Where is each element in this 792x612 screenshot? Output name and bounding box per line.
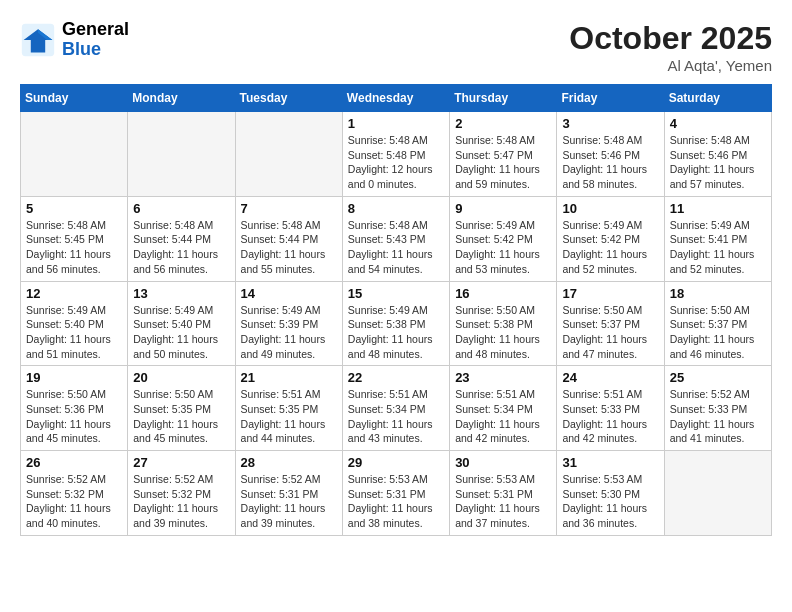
day-info: Sunrise: 5:51 AMSunset: 5:34 PMDaylight:…: [348, 387, 444, 446]
day-number: 31: [562, 455, 658, 470]
day-number: 29: [348, 455, 444, 470]
day-info: Sunrise: 5:48 AMSunset: 5:44 PMDaylight:…: [133, 218, 229, 277]
calendar-cell: 1Sunrise: 5:48 AMSunset: 5:48 PMDaylight…: [342, 112, 449, 197]
calendar-cell: 23Sunrise: 5:51 AMSunset: 5:34 PMDayligh…: [450, 366, 557, 451]
logo-blue: Blue: [62, 40, 129, 60]
calendar-cell: 17Sunrise: 5:50 AMSunset: 5:37 PMDayligh…: [557, 281, 664, 366]
day-info: Sunrise: 5:48 AMSunset: 5:46 PMDaylight:…: [562, 133, 658, 192]
day-number: 21: [241, 370, 337, 385]
day-info: Sunrise: 5:48 AMSunset: 5:46 PMDaylight:…: [670, 133, 766, 192]
calendar-cell: 14Sunrise: 5:49 AMSunset: 5:39 PMDayligh…: [235, 281, 342, 366]
calendar-cell: 6Sunrise: 5:48 AMSunset: 5:44 PMDaylight…: [128, 196, 235, 281]
logo-general: General: [62, 20, 129, 40]
day-info: Sunrise: 5:51 AMSunset: 5:35 PMDaylight:…: [241, 387, 337, 446]
day-number: 5: [26, 201, 122, 216]
calendar-cell: 20Sunrise: 5:50 AMSunset: 5:35 PMDayligh…: [128, 366, 235, 451]
day-number: 30: [455, 455, 551, 470]
day-number: 12: [26, 286, 122, 301]
calendar-cell: 7Sunrise: 5:48 AMSunset: 5:44 PMDaylight…: [235, 196, 342, 281]
day-number: 20: [133, 370, 229, 385]
day-number: 27: [133, 455, 229, 470]
day-info: Sunrise: 5:50 AMSunset: 5:37 PMDaylight:…: [562, 303, 658, 362]
week-row-5: 26Sunrise: 5:52 AMSunset: 5:32 PMDayligh…: [21, 451, 772, 536]
weekday-header-monday: Monday: [128, 85, 235, 112]
calendar-cell: 30Sunrise: 5:53 AMSunset: 5:31 PMDayligh…: [450, 451, 557, 536]
week-row-2: 5Sunrise: 5:48 AMSunset: 5:45 PMDaylight…: [21, 196, 772, 281]
weekday-header-tuesday: Tuesday: [235, 85, 342, 112]
day-number: 8: [348, 201, 444, 216]
day-info: Sunrise: 5:53 AMSunset: 5:31 PMDaylight:…: [348, 472, 444, 531]
week-row-1: 1Sunrise: 5:48 AMSunset: 5:48 PMDaylight…: [21, 112, 772, 197]
calendar-cell: 15Sunrise: 5:49 AMSunset: 5:38 PMDayligh…: [342, 281, 449, 366]
weekday-header-thursday: Thursday: [450, 85, 557, 112]
day-info: Sunrise: 5:49 AMSunset: 5:41 PMDaylight:…: [670, 218, 766, 277]
calendar-cell: 31Sunrise: 5:53 AMSunset: 5:30 PMDayligh…: [557, 451, 664, 536]
day-info: Sunrise: 5:48 AMSunset: 5:43 PMDaylight:…: [348, 218, 444, 277]
day-number: 19: [26, 370, 122, 385]
day-number: 9: [455, 201, 551, 216]
day-info: Sunrise: 5:53 AMSunset: 5:31 PMDaylight:…: [455, 472, 551, 531]
day-number: 6: [133, 201, 229, 216]
calendar-cell: 28Sunrise: 5:52 AMSunset: 5:31 PMDayligh…: [235, 451, 342, 536]
location: Al Aqta', Yemen: [569, 57, 772, 74]
calendar: SundayMondayTuesdayWednesdayThursdayFrid…: [20, 84, 772, 536]
day-number: 1: [348, 116, 444, 131]
calendar-cell: 22Sunrise: 5:51 AMSunset: 5:34 PMDayligh…: [342, 366, 449, 451]
day-number: 25: [670, 370, 766, 385]
day-info: Sunrise: 5:51 AMSunset: 5:34 PMDaylight:…: [455, 387, 551, 446]
logo: General Blue: [20, 20, 129, 60]
calendar-cell: 12Sunrise: 5:49 AMSunset: 5:40 PMDayligh…: [21, 281, 128, 366]
day-info: Sunrise: 5:49 AMSunset: 5:40 PMDaylight:…: [26, 303, 122, 362]
day-info: Sunrise: 5:48 AMSunset: 5:44 PMDaylight:…: [241, 218, 337, 277]
day-info: Sunrise: 5:52 AMSunset: 5:31 PMDaylight:…: [241, 472, 337, 531]
day-number: 22: [348, 370, 444, 385]
calendar-cell: [235, 112, 342, 197]
calendar-cell: 19Sunrise: 5:50 AMSunset: 5:36 PMDayligh…: [21, 366, 128, 451]
calendar-cell: 8Sunrise: 5:48 AMSunset: 5:43 PMDaylight…: [342, 196, 449, 281]
title-block: October 2025 Al Aqta', Yemen: [569, 20, 772, 74]
day-number: 14: [241, 286, 337, 301]
day-info: Sunrise: 5:48 AMSunset: 5:45 PMDaylight:…: [26, 218, 122, 277]
calendar-cell: 3Sunrise: 5:48 AMSunset: 5:46 PMDaylight…: [557, 112, 664, 197]
calendar-cell: [664, 451, 771, 536]
day-number: 3: [562, 116, 658, 131]
calendar-cell: 21Sunrise: 5:51 AMSunset: 5:35 PMDayligh…: [235, 366, 342, 451]
day-info: Sunrise: 5:53 AMSunset: 5:30 PMDaylight:…: [562, 472, 658, 531]
day-info: Sunrise: 5:52 AMSunset: 5:32 PMDaylight:…: [26, 472, 122, 531]
day-number: 11: [670, 201, 766, 216]
day-info: Sunrise: 5:49 AMSunset: 5:42 PMDaylight:…: [562, 218, 658, 277]
calendar-cell: 26Sunrise: 5:52 AMSunset: 5:32 PMDayligh…: [21, 451, 128, 536]
calendar-cell: 27Sunrise: 5:52 AMSunset: 5:32 PMDayligh…: [128, 451, 235, 536]
calendar-cell: 25Sunrise: 5:52 AMSunset: 5:33 PMDayligh…: [664, 366, 771, 451]
day-number: 28: [241, 455, 337, 470]
calendar-cell: 4Sunrise: 5:48 AMSunset: 5:46 PMDaylight…: [664, 112, 771, 197]
calendar-cell: 18Sunrise: 5:50 AMSunset: 5:37 PMDayligh…: [664, 281, 771, 366]
calendar-cell: [128, 112, 235, 197]
calendar-cell: [21, 112, 128, 197]
day-info: Sunrise: 5:50 AMSunset: 5:36 PMDaylight:…: [26, 387, 122, 446]
day-info: Sunrise: 5:50 AMSunset: 5:38 PMDaylight:…: [455, 303, 551, 362]
logo-text: General Blue: [62, 20, 129, 60]
day-number: 24: [562, 370, 658, 385]
day-number: 17: [562, 286, 658, 301]
day-number: 15: [348, 286, 444, 301]
day-number: 10: [562, 201, 658, 216]
day-info: Sunrise: 5:50 AMSunset: 5:37 PMDaylight:…: [670, 303, 766, 362]
day-number: 23: [455, 370, 551, 385]
day-number: 4: [670, 116, 766, 131]
day-number: 16: [455, 286, 551, 301]
day-info: Sunrise: 5:48 AMSunset: 5:48 PMDaylight:…: [348, 133, 444, 192]
weekday-header-row: SundayMondayTuesdayWednesdayThursdayFrid…: [21, 85, 772, 112]
weekday-header-wednesday: Wednesday: [342, 85, 449, 112]
calendar-cell: 11Sunrise: 5:49 AMSunset: 5:41 PMDayligh…: [664, 196, 771, 281]
weekday-header-friday: Friday: [557, 85, 664, 112]
logo-icon: [20, 22, 56, 58]
calendar-cell: 16Sunrise: 5:50 AMSunset: 5:38 PMDayligh…: [450, 281, 557, 366]
day-info: Sunrise: 5:49 AMSunset: 5:38 PMDaylight:…: [348, 303, 444, 362]
day-info: Sunrise: 5:49 AMSunset: 5:42 PMDaylight:…: [455, 218, 551, 277]
calendar-cell: 2Sunrise: 5:48 AMSunset: 5:47 PMDaylight…: [450, 112, 557, 197]
calendar-cell: 9Sunrise: 5:49 AMSunset: 5:42 PMDaylight…: [450, 196, 557, 281]
weekday-header-sunday: Sunday: [21, 85, 128, 112]
month-title: October 2025: [569, 20, 772, 57]
page-header: General Blue October 2025 Al Aqta', Yeme…: [20, 20, 772, 74]
